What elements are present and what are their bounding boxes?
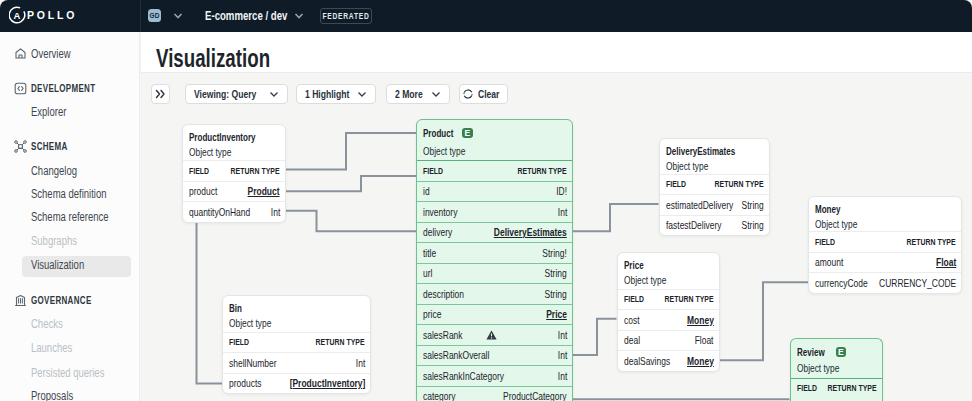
svg-text:A: A: [14, 10, 21, 21]
svg-text:POLLO: POLLO: [27, 9, 77, 21]
